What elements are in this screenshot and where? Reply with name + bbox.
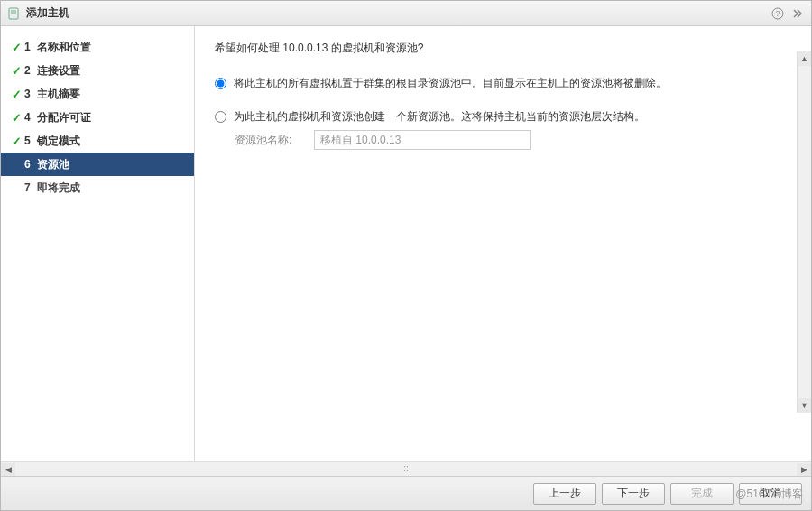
forward-icon[interactable]: [789, 5, 806, 22]
host-icon: [6, 6, 21, 21]
scroll-left-arrow[interactable]: ◀: [1, 463, 15, 476]
step-resource-pool[interactable]: ✓ 6 资源池: [1, 153, 194, 176]
pool-name-label: 资源池名称:: [235, 133, 307, 148]
check-icon: ✓: [8, 88, 24, 101]
step-label: 资源池: [37, 157, 69, 172]
step-number: 5: [24, 135, 37, 147]
next-button[interactable]: 下一步: [602, 483, 665, 505]
step-label: 连接设置: [37, 63, 80, 79]
scroll-down-arrow[interactable]: ▼: [798, 398, 811, 413]
back-button[interactable]: 上一步: [533, 483, 596, 505]
step-name-location[interactable]: ✓ 1 名称和位置: [1, 35, 194, 59]
scroll-right-arrow[interactable]: ▶: [797, 463, 811, 476]
option-label: 为此主机的虚拟机和资源池创建一个新资源池。这将保持主机当前的资源池层次结构。: [234, 109, 645, 125]
horizontal-scrollbar[interactable]: ◀ :: ▶: [1, 461, 811, 476]
question-text: 希望如何处理 10.0.0.13 的虚拟机和资源池?: [215, 41, 791, 56]
step-number: 3: [24, 88, 37, 100]
vertical-scrollbar[interactable]: ▲ ▼: [797, 51, 811, 413]
step-label: 名称和位置: [37, 40, 91, 55]
footer: 上一步 下一步 完成 取消: [1, 476, 811, 510]
svg-rect-0: [9, 8, 18, 19]
window-title: 添加主机: [26, 5, 766, 21]
svg-text:?: ?: [775, 9, 780, 18]
scroll-up-arrow[interactable]: ▲: [798, 51, 811, 66]
wizard-sidebar: ✓ 1 名称和位置 ✓ 2 连接设置 ✓ 3 主机摘要 ✓ 4 分配许可证 ✓: [1, 26, 195, 461]
help-icon[interactable]: ?: [770, 5, 786, 22]
step-number: 6: [24, 158, 37, 171]
main-content: 希望如何处理 10.0.0.13 的虚拟机和资源池? 将此主机的所有虚拟机置于群…: [195, 26, 811, 461]
pool-name-row: 资源池名称:: [235, 130, 791, 150]
option-label: 将此主机的所有虚拟机置于群集的根目录资源池中。目前显示在主机上的资源池将被删除。: [234, 76, 667, 91]
step-connection[interactable]: ✓ 2 连接设置: [1, 59, 194, 82]
step-number: 2: [24, 64, 37, 77]
scroll-grip-icon: ::: [403, 463, 409, 473]
cancel-button[interactable]: 取消: [739, 483, 802, 505]
radio-new-pool[interactable]: [215, 111, 226, 123]
step-number: 7: [24, 181, 37, 194]
option-root-pool[interactable]: 将此主机的所有虚拟机置于群集的根目录资源池中。目前显示在主机上的资源池将被删除。: [215, 76, 791, 91]
step-label: 主机摘要: [37, 87, 80, 102]
check-icon: ✓: [8, 41, 24, 54]
check-icon: ✓: [8, 111, 24, 125]
finish-button: 完成: [670, 483, 734, 505]
step-label: 分配许可证: [37, 110, 91, 125]
radio-root-pool[interactable]: [215, 78, 226, 89]
step-label: 即将完成: [37, 181, 80, 196]
option-new-pool[interactable]: 为此主机的虚拟机和资源池创建一个新资源池。这将保持主机当前的资源池层次结构。: [215, 109, 791, 125]
check-icon: ✓: [8, 135, 24, 148]
step-ready-complete: ✓ 7 即将完成: [1, 176, 194, 200]
titlebar: 添加主机 ?: [1, 1, 811, 26]
step-host-summary[interactable]: ✓ 3 主机摘要: [1, 82, 194, 106]
step-lockdown-mode[interactable]: ✓ 5 锁定模式: [1, 129, 194, 153]
step-label: 锁定模式: [37, 134, 80, 149]
scroll-track[interactable]: ::: [15, 463, 797, 476]
step-number: 1: [24, 41, 37, 53]
check-icon: ✓: [8, 64, 24, 78]
step-assign-license[interactable]: ✓ 4 分配许可证: [1, 106, 194, 129]
step-number: 4: [24, 111, 37, 124]
pool-name-input: [314, 130, 531, 150]
